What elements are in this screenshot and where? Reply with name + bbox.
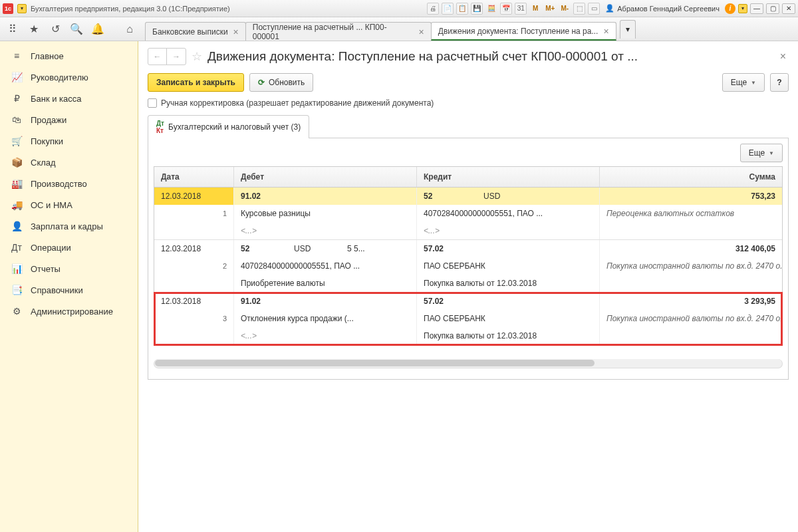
date-icon[interactable]: 31	[515, 3, 527, 15]
person-icon: 👤	[11, 221, 23, 231]
sidebar-item-reports[interactable]: 📊Отчеты	[0, 258, 138, 279]
navbar: ⠿ ★ ↺ 🔍 🔔 ⌂ Банковские выписки × Поступл…	[0, 17, 798, 41]
grid-row-highlighted[interactable]: 12.03.2018 91.02 57.02 3 293,95 3 Отклон…	[154, 293, 782, 345]
titlebar-dropdown[interactable]: ▾	[17, 4, 27, 13]
calendar-icon[interactable]: 📅	[500, 3, 512, 15]
table-more-button[interactable]: Еще▼	[740, 144, 783, 162]
apps-grid-icon[interactable]: ⠿	[4, 21, 21, 38]
search-icon[interactable]: 🔍	[68, 21, 85, 38]
refresh-button[interactable]: ⟳Обновить	[249, 73, 313, 92]
user-icon: 👤	[605, 4, 614, 13]
save-close-button[interactable]: Записать и закрыть	[148, 73, 244, 92]
box-icon: 📦	[11, 157, 23, 168]
nav-back-button[interactable]: ←	[148, 49, 167, 65]
grid-row[interactable]: 12.03.2018 91.02 52USD 753,23 1 Курсовые…	[154, 188, 782, 240]
sidebar-item-manager[interactable]: 📈Руководителю	[0, 66, 138, 88]
sidebar-item-assets[interactable]: 🚚ОС и НМА	[0, 194, 138, 215]
notifications-icon[interactable]: 🔔	[89, 21, 106, 38]
sidebar-item-admin[interactable]: ⚙Администрирование	[0, 301, 138, 322]
maximize-button[interactable]: ▢	[766, 3, 779, 14]
memory-mplus-icon[interactable]: M+	[544, 3, 556, 15]
col-sum[interactable]: Сумма	[600, 167, 782, 187]
dtkt-icon: Дт	[11, 242, 23, 253]
col-debit[interactable]: Дебет	[234, 167, 417, 187]
content-area: ← → ☆ Движения документа: Поступление на…	[138, 41, 798, 532]
bag-icon: 🛍	[11, 114, 23, 125]
caret-down-icon: ▼	[751, 80, 756, 86]
tab-receipt[interactable]: Поступление на расчетный ... КП00-000001…	[245, 22, 432, 41]
favorite-outline-icon[interactable]: ☆	[192, 49, 202, 64]
favorite-star-icon[interactable]: ★	[25, 21, 43, 38]
user-badge[interactable]: 👤 Абрамов Геннадий Сергеевич	[602, 4, 722, 13]
postings-grid: Дата Дебет Кредит Сумма 12.03.2018 91.02…	[154, 166, 783, 346]
memory-m-icon[interactable]: M	[529, 3, 541, 15]
document-tabs: Банковские выписки × Поступление на расч…	[145, 17, 616, 41]
clipboard-icon[interactable]: 📋	[456, 3, 468, 15]
close-icon[interactable]: ×	[233, 27, 239, 37]
close-icon[interactable]: ×	[419, 27, 424, 37]
factory-icon: 🏭	[11, 178, 23, 189]
close-document-button[interactable]: ×	[777, 51, 789, 63]
ruble-icon: ₽	[11, 93, 23, 104]
history-icon[interactable]: ↺	[47, 21, 64, 38]
sidebar-item-main[interactable]: ≡Главное	[0, 45, 138, 66]
pages-icon: 📑	[11, 285, 23, 295]
app-logo-icon: 1c	[3, 3, 13, 14]
bars-icon: 📊	[11, 263, 23, 274]
dtkt-small-icon: ДтКт	[156, 120, 164, 134]
chart-icon: 📈	[11, 72, 23, 82]
print-icon[interactable]: 🖨	[427, 3, 439, 15]
more-button[interactable]: Еще▼	[722, 73, 765, 92]
close-icon[interactable]: ×	[603, 26, 608, 37]
sidebar-item-catalogs[interactable]: 📑Справочники	[0, 279, 138, 301]
manual-correction-checkbox[interactable]	[148, 98, 157, 108]
caret-down-icon: ▼	[769, 150, 774, 156]
sidebar-item-payroll[interactable]: 👤Зарплата и кадры	[0, 215, 138, 237]
table-container: Еще▼ Дата Дебет Кредит Сумма 12.03.2018 …	[148, 138, 789, 380]
sidebar-item-operations[interactable]: ДтОперации	[0, 237, 138, 258]
grid-header: Дата Дебет Кредит Сумма	[154, 167, 782, 188]
sidebar-item-production[interactable]: 🏭Производство	[0, 173, 138, 194]
tab-bank-statements[interactable]: Банковские выписки ×	[145, 22, 246, 41]
toolbar: Записать и закрыть ⟳Обновить Еще▼ ?	[148, 73, 789, 92]
sidebar-item-bank[interactable]: ₽Банк и касса	[0, 88, 138, 109]
sidebar-item-sales[interactable]: 🛍Продажи	[0, 109, 138, 130]
manual-correction-row: Ручная корректировка (разрешает редактир…	[148, 98, 789, 108]
calculator-icon[interactable]: 🧮	[485, 3, 497, 15]
memory-mminus-icon[interactable]: M-	[559, 3, 571, 15]
gear-icon: ⚙	[11, 306, 23, 317]
minimize-button[interactable]: —	[750, 3, 763, 14]
refresh-icon: ⟳	[258, 78, 265, 87]
tabs-overflow[interactable]: ▾	[620, 20, 636, 39]
info-icon[interactable]: i	[725, 3, 735, 14]
grid-row[interactable]: 12.03.2018 52 USD 5 5... 57.02 312 406,0…	[154, 240, 782, 293]
preview-icon[interactable]: 📄	[442, 3, 454, 15]
document-title: Движения документа: Поступление на расче…	[207, 49, 772, 64]
panel-icon[interactable]: ▭	[588, 3, 600, 15]
tab-accounting[interactable]: ДтКт Бухгалтерский и налоговый учет (3)	[148, 115, 309, 138]
manual-correction-label: Ручная корректировка (разрешает редактир…	[161, 98, 434, 108]
app-title: Бухгалтерия предприятия, редакция 3.0 (1…	[31, 5, 230, 13]
close-window-button[interactable]: ✕	[782, 3, 795, 14]
home-icon[interactable]: ⌂	[121, 21, 138, 38]
truck-icon: 🚚	[11, 200, 23, 210]
sidebar: ≡Главное 📈Руководителю ₽Банк и касса 🛍Пр…	[0, 41, 138, 532]
register-tabs: ДтКт Бухгалтерский и налоговый учет (3)	[148, 114, 789, 138]
user-name: Абрамов Геннадий Сергеевич	[617, 5, 720, 13]
save-icon[interactable]: 💾	[471, 3, 483, 15]
cart-icon: 🛒	[11, 136, 23, 146]
menu-icon: ≡	[11, 51, 23, 61]
window-list-icon[interactable]: ⬚	[573, 3, 585, 15]
sidebar-item-purchases[interactable]: 🛒Покупки	[0, 130, 138, 152]
tab-movements[interactable]: Движения документа: Поступление на ра...…	[431, 22, 616, 41]
info-dropdown[interactable]: ▾	[738, 4, 747, 13]
help-button[interactable]: ?	[770, 73, 789, 92]
scrollbar-thumb[interactable]	[155, 360, 595, 366]
sidebar-item-warehouse[interactable]: 📦Склад	[0, 152, 138, 173]
col-date[interactable]: Дата	[154, 167, 234, 187]
horizontal-scrollbar[interactable]	[154, 359, 783, 368]
col-credit[interactable]: Кредит	[417, 167, 600, 187]
nav-forward-button[interactable]: →	[167, 49, 186, 65]
nav-arrows: ← →	[148, 48, 186, 65]
window-titlebar: 1c ▾ Бухгалтерия предприятия, редакция 3…	[0, 0, 798, 17]
